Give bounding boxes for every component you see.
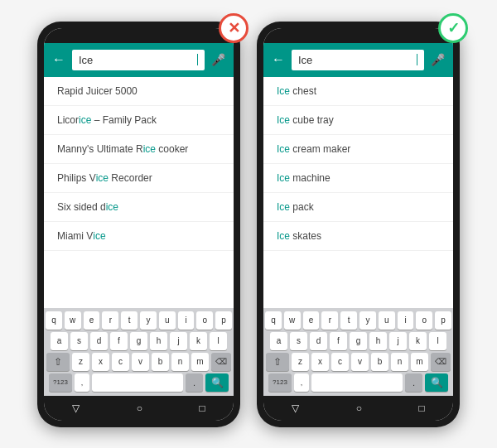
key-l[interactable]: l: [210, 332, 227, 350]
key-num[interactable]: ?123: [49, 373, 72, 392]
result-text: Ice cube tray: [277, 114, 334, 126]
key-m[interactable]: m: [411, 353, 428, 371]
key-q[interactable]: q: [46, 311, 62, 330]
result-item[interactable]: Rapid Juicer 5000: [44, 77, 234, 106]
result-item[interactable]: Ice pack: [263, 193, 453, 222]
mic-icon-correct[interactable]: 🎤: [431, 53, 445, 66]
nav-home-icon[interactable]: ○: [137, 402, 142, 414]
result-item[interactable]: Ice cube tray: [263, 106, 453, 135]
mic-icon-wrong[interactable]: 🎤: [211, 53, 225, 66]
key-b[interactable]: b: [152, 353, 169, 371]
wrong-phone: ← Ice 🎤 Rapid Juicer 5000 Licorice – Fam…: [37, 22, 240, 427]
key-shift[interactable]: ⇧: [266, 353, 289, 371]
key-r[interactable]: r: [102, 311, 118, 330]
key-j[interactable]: j: [170, 332, 187, 350]
key-space[interactable]: [311, 373, 403, 392]
key-e[interactable]: e: [84, 311, 100, 330]
key-y[interactable]: y: [140, 311, 157, 330]
correct-phone: ← Ice 🎤 Ice chest Ice cube tray I: [257, 22, 460, 427]
key-j[interactable]: j: [389, 332, 407, 350]
key-i[interactable]: i: [178, 311, 195, 330]
nav-recent-icon[interactable]: □: [200, 402, 205, 414]
key-s[interactable]: s: [70, 332, 88, 350]
nav-recent-icon[interactable]: □: [419, 402, 425, 414]
key-g[interactable]: g: [350, 332, 367, 350]
key-f[interactable]: f: [110, 332, 128, 350]
key-a[interactable]: a: [270, 332, 287, 350]
key-z[interactable]: z: [292, 353, 309, 371]
key-space[interactable]: [92, 373, 183, 392]
result-item[interactable]: Ice chest: [263, 77, 453, 106]
key-e[interactable]: e: [303, 311, 320, 330]
result-item[interactable]: Manny's Ultimate Rice cooker: [44, 135, 234, 164]
key-v[interactable]: v: [351, 353, 369, 371]
key-y[interactable]: y: [359, 311, 376, 330]
result-item[interactable]: Miami Vice: [44, 222, 234, 251]
back-icon-wrong[interactable]: ←: [52, 52, 65, 67]
result-item[interactable]: Ice skates: [263, 222, 453, 251]
key-s[interactable]: s: [290, 332, 307, 350]
key-f[interactable]: f: [330, 332, 347, 350]
key-c[interactable]: c: [112, 353, 129, 371]
key-period[interactable]: .: [405, 373, 422, 392]
key-u[interactable]: u: [159, 311, 176, 330]
search-bar-correct[interactable]: ← Ice 🎤: [263, 43, 453, 77]
key-o[interactable]: o: [416, 311, 432, 330]
key-search[interactable]: 🔍: [205, 373, 229, 392]
back-icon-correct[interactable]: ←: [272, 52, 285, 67]
nav-back-icon[interactable]: ▽: [72, 402, 80, 414]
key-x[interactable]: x: [311, 353, 329, 371]
key-i[interactable]: i: [398, 311, 414, 330]
key-d[interactable]: d: [310, 332, 327, 350]
key-x[interactable]: x: [92, 353, 109, 371]
key-n[interactable]: n: [171, 353, 189, 371]
key-t[interactable]: t: [121, 311, 138, 330]
key-num[interactable]: ?123: [268, 373, 292, 392]
key-delete[interactable]: ⌫: [211, 353, 231, 371]
key-h[interactable]: h: [369, 332, 387, 350]
key-t[interactable]: t: [340, 311, 357, 330]
key-u[interactable]: u: [379, 311, 395, 330]
nav-back-icon[interactable]: ▽: [292, 402, 299, 414]
key-p[interactable]: p: [435, 311, 451, 330]
key-g[interactable]: g: [130, 332, 147, 350]
key-l[interactable]: l: [429, 332, 446, 350]
key-v[interactable]: v: [132, 353, 149, 371]
result-item[interactable]: Ice cream maker: [263, 135, 453, 164]
key-n[interactable]: n: [391, 353, 408, 371]
result-item[interactable]: Six sided dice: [44, 193, 234, 222]
search-input-correct[interactable]: Ice: [292, 50, 424, 70]
key-b[interactable]: b: [371, 353, 388, 371]
key-h[interactable]: h: [150, 332, 167, 350]
key-z[interactable]: z: [72, 353, 89, 371]
key-k[interactable]: k: [190, 332, 207, 350]
key-k[interactable]: k: [409, 332, 427, 350]
keyboard-wrong: q w e r t y u i o p a s d: [44, 308, 234, 396]
results-list-wrong: Rapid Juicer 5000 Licorice – Family Pack…: [44, 77, 234, 308]
key-comma[interactable]: ,: [75, 373, 89, 392]
key-comma[interactable]: ,: [294, 373, 309, 392]
key-w[interactable]: w: [284, 311, 301, 330]
search-input-wrong[interactable]: Ice: [72, 50, 205, 70]
key-d[interactable]: d: [90, 332, 108, 350]
cursor-wrong: [197, 54, 198, 65]
key-a[interactable]: a: [51, 332, 68, 350]
key-delete[interactable]: ⌫: [431, 353, 451, 371]
key-c[interactable]: c: [331, 353, 349, 371]
nav-home-icon[interactable]: ○: [356, 402, 362, 414]
key-o[interactable]: o: [196, 311, 213, 330]
key-search[interactable]: 🔍: [425, 373, 448, 392]
key-w[interactable]: w: [65, 311, 81, 330]
key-m[interactable]: m: [191, 353, 209, 371]
key-period[interactable]: .: [186, 373, 203, 392]
key-r[interactable]: r: [321, 311, 338, 330]
result-item[interactable]: Licorice – Family Pack: [44, 106, 234, 135]
search-bar-wrong[interactable]: ← Ice 🎤: [44, 43, 234, 77]
result-item[interactable]: Ice machine: [263, 164, 453, 193]
wrong-phone-screen: ← Ice 🎤 Rapid Juicer 5000 Licorice – Fam…: [44, 28, 234, 421]
keyboard-correct: q w e r t y u i o p a s d: [263, 308, 453, 396]
key-q[interactable]: q: [265, 311, 282, 330]
key-p[interactable]: p: [215, 311, 232, 330]
result-item[interactable]: Philips Vice Recorder: [44, 164, 234, 193]
key-shift[interactable]: ⇧: [46, 353, 70, 371]
